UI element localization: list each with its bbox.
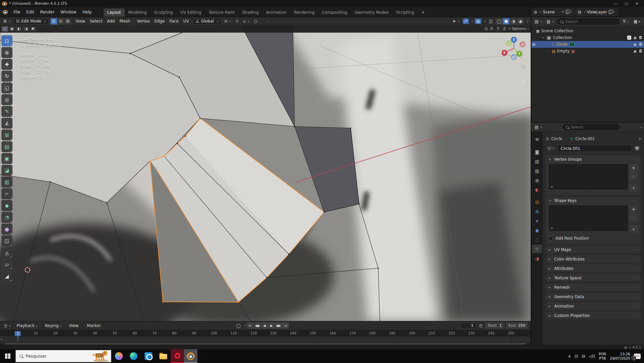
channel-collapse-icon[interactable]: ▸ [1, 338, 2, 341]
tool-inset-faces[interactable]: ▣ [1, 153, 12, 164]
editor-type-button[interactable]: ⊞ ∨ [2, 18, 12, 24]
tab-output[interactable]: ▤ [532, 157, 542, 166]
taskbar-opera-gx-icon[interactable] [171, 349, 184, 363]
tool-cursor[interactable]: ⊕ [1, 47, 12, 58]
remove-shape-key-button[interactable]: − [630, 214, 638, 221]
tool-poly-build[interactable]: ◆ [1, 200, 12, 211]
breadcrumb-data[interactable]: Circle.001 [575, 136, 595, 141]
outliner-search[interactable] [557, 18, 620, 25]
volume-icon[interactable]: ◁)) [589, 354, 595, 359]
tool-shrink-fatten[interactable]: ◬ [1, 247, 12, 258]
overlays-dropdown[interactable]: ∨ [484, 20, 486, 23]
show-overlays-toggle[interactable]: ◎ [475, 18, 481, 24]
tool-annotate[interactable]: ✎ [1, 106, 12, 117]
tab-physics[interactable]: ◉ [532, 226, 542, 235]
collection-checkbox[interactable]: ✓ [627, 36, 631, 40]
properties-editor-type-button[interactable]: ▤∨ [533, 124, 543, 130]
tool-knife[interactable]: ✂ [1, 188, 12, 199]
vertex-groups-panel-header[interactable]: ∨ Vertex Groups :::: [546, 155, 641, 163]
properties-options-dropdown[interactable]: ∨ [640, 126, 642, 129]
add-vertex-group-button[interactable]: + [630, 164, 638, 172]
timeline-menu-marker[interactable]: Marker [84, 322, 105, 329]
pin-icon[interactable]: ⌖ [562, 10, 564, 14]
workspace-shading[interactable]: Shading [238, 8, 262, 17]
tab-object[interactable]: ⊡ [532, 198, 542, 206]
taskbar-search[interactable] [15, 350, 111, 362]
previous-keyframe-button[interactable]: ◀◆ [254, 322, 261, 329]
timeline-scrollbar[interactable] [0, 342, 531, 345]
tool-transform[interactable]: ◎ [1, 94, 12, 105]
properties-search[interactable] [563, 124, 620, 130]
close-button[interactable]: ✕ [632, 2, 642, 5]
tool-select-box[interactable]: ⊡ [1, 35, 12, 46]
shape-keys-panel-header[interactable]: ∨ Shape Keys :::: [546, 197, 641, 204]
play-reverse-button[interactable]: ◀ [261, 322, 268, 329]
hide-eye-icon[interactable]: ◉ [634, 49, 637, 53]
new-collection-button[interactable]: ▦+ [632, 19, 642, 24]
auto-keying-toggle[interactable]: ◯ [235, 323, 242, 328]
jump-to-end-button[interactable]: ⇥ [282, 322, 289, 329]
network-icon[interactable]: ⊟ [582, 354, 585, 359]
timeline-tracks[interactable] [0, 336, 531, 342]
tool-rip-region[interactable]: ◢ [1, 271, 12, 282]
outliner-row-circle[interactable]: ⊞ › ▽ Circle ▽ ◉ ◘ [531, 41, 644, 48]
next-keyframe-button[interactable]: ◆▶ [275, 322, 282, 329]
delete-scene-icon[interactable]: ✕ [570, 10, 572, 14]
expand-chevron-icon[interactable]: › [547, 49, 550, 53]
tab-tool[interactable]: ⚒ [532, 135, 542, 144]
taskbar-blender-icon[interactable] [184, 349, 197, 363]
gizmo-negative-x[interactable] [520, 42, 525, 47]
tab-scene[interactable]: ◍ [532, 176, 542, 185]
toggle-ortho-icon[interactable]: ⊞ [521, 88, 525, 93]
workspace-sculpting[interactable]: Sculpting [150, 8, 177, 17]
workspace-modeling[interactable]: Modeling [125, 8, 151, 17]
snapping-dropdown[interactable]: ▫∨ [241, 18, 251, 24]
fake-user-shield-button[interactable] [633, 145, 641, 152]
menu-edge[interactable]: Edge [152, 18, 167, 24]
keying-dropdown[interactable]: ∨ [244, 324, 246, 327]
select-mode-subtract[interactable]: ◧ [16, 26, 22, 32]
shape-keys-list[interactable]: ▶ :::: [549, 205, 628, 231]
menu-file[interactable]: File [10, 9, 23, 15]
tab-constraints[interactable]: ◌ [532, 235, 542, 244]
options-dropdown[interactable]: Options∨ [512, 27, 529, 31]
tool-spin[interactable]: ◔ [1, 212, 12, 223]
tool-move[interactable]: ✚ [1, 59, 12, 70]
tool-add-cube[interactable]: ⊞ [1, 129, 12, 140]
hide-eye-icon[interactable]: ◉ [634, 42, 637, 47]
breadcrumb-object[interactable]: Circle [551, 136, 562, 141]
playhead[interactable] [17, 336, 18, 342]
menu-edit[interactable]: Edit [23, 9, 37, 15]
tab-modifiers[interactable]: ⚙ [532, 207, 542, 216]
use-preview-range-toggle[interactable]: ◷ [478, 323, 484, 328]
tool-extrude-region[interactable]: ▤ [1, 141, 12, 152]
gizmos-dropdown[interactable]: ∨ [471, 20, 473, 23]
add-workspace-button[interactable]: + [418, 8, 428, 17]
solid-shading[interactable]: ● [503, 18, 510, 25]
expand-chevron-icon[interactable]: ∨ [541, 36, 545, 39]
pan-view-icon[interactable]: ✛ [521, 71, 525, 76]
tool-loop-cut[interactable]: ▥ [1, 176, 12, 188]
remove-vertex-group-button[interactable]: − [630, 172, 638, 180]
timeline-menu-keying[interactable]: Keying∨ [42, 322, 65, 329]
outliner-row-scene-collection[interactable]: ▦ Scene Collection [531, 28, 644, 34]
gizmo-negative-z[interactable] [512, 55, 517, 60]
mode-dropdown[interactable]: ⊡ Edit Mode ∨ [13, 18, 49, 25]
tool-bevel[interactable]: ◪ [1, 165, 12, 176]
tab-view-layer[interactable]: ▧ [532, 166, 542, 175]
taskbar-copilot-icon[interactable] [111, 349, 126, 363]
material-preview-shading[interactable]: ◑ [510, 18, 517, 25]
tab-world[interactable]: ◐ [532, 185, 542, 194]
minimize-button[interactable]: — [610, 2, 620, 5]
menu-vertex[interactable]: Vertex [135, 18, 152, 24]
vertex-group-specials-dropdown[interactable]: ∨ [630, 184, 638, 192]
timeline-ruler[interactable]: 1102030405060708090100110120130140150160… [0, 330, 531, 336]
menu-add[interactable]: Add [105, 18, 117, 24]
workspace-rendering[interactable]: Rendering [290, 8, 318, 17]
mirror-x-toggle[interactable]: X [489, 26, 494, 31]
toggle-xray-button[interactable]: ◫ [488, 18, 494, 24]
workspace-geometry-nodes[interactable]: Geometry Nodes [351, 8, 392, 17]
tool-measure[interactable]: ∡ [1, 118, 12, 129]
zoom-view-icon[interactable] [522, 65, 525, 68]
workspace-scripting[interactable]: Scripting [392, 8, 418, 17]
